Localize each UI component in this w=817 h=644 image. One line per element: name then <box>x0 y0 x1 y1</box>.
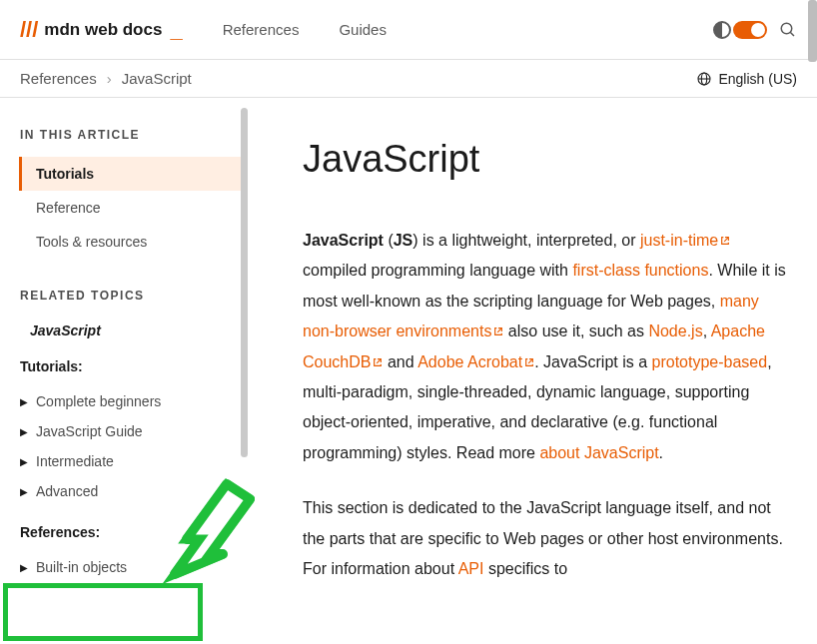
tree-advanced[interactable]: ▶Advanced <box>20 476 248 506</box>
related-javascript[interactable]: JavaScript <box>30 322 248 338</box>
related-heading: RELATED TOPICS <box>20 289 248 303</box>
link-api[interactable]: API <box>458 560 484 577</box>
primary-nav: References Guides <box>223 21 387 38</box>
top-navigation: /// mdn web docs _ References Guides <box>0 0 817 60</box>
references-tree: ▶Built-in objects <box>20 552 248 582</box>
tree-javascript-guide[interactable]: ▶JavaScript Guide <box>20 416 248 446</box>
svg-line-1 <box>790 32 794 36</box>
toc-reference[interactable]: Reference <box>22 191 248 225</box>
tree-intermediate[interactable]: ▶Intermediate <box>20 446 248 476</box>
breadcrumb-references[interactable]: References <box>20 70 97 87</box>
theme-control[interactable] <box>713 21 767 39</box>
language-label: English (US) <box>718 71 797 87</box>
page-scrollbar[interactable] <box>808 0 817 62</box>
triangle-right-icon: ▶ <box>20 562 28 573</box>
triangle-right-icon: ▶ <box>20 456 28 467</box>
external-link-icon <box>373 357 383 367</box>
language-selector[interactable]: English (US) <box>696 71 797 87</box>
link-prototype[interactable]: prototype-based <box>652 353 768 370</box>
triangle-right-icon: ▶ <box>20 486 28 497</box>
external-link-icon <box>720 236 730 246</box>
second-paragraph: This section is dedicated to the JavaScr… <box>303 493 787 584</box>
globe-icon <box>696 71 712 87</box>
tree-complete-beginners[interactable]: ▶Complete beginners <box>20 386 248 416</box>
link-first-class[interactable]: first-class functions <box>572 262 708 279</box>
theme-toggle[interactable] <box>733 21 767 39</box>
triangle-right-icon: ▶ <box>20 426 28 437</box>
contrast-icon <box>713 21 731 39</box>
breadcrumb-javascript[interactable]: JavaScript <box>122 70 192 87</box>
svg-point-0 <box>781 23 792 34</box>
toc-tutorials[interactable]: Tutorials <box>19 157 248 191</box>
toc-tools[interactable]: Tools & resources <box>22 225 248 259</box>
sidebar-scrollbar[interactable] <box>241 108 248 457</box>
page-title: JavaScript <box>303 138 787 181</box>
nav-guides[interactable]: Guides <box>339 21 387 38</box>
external-link-icon <box>524 357 534 367</box>
logo-text: mdn web docs <box>44 20 162 40</box>
references-heading: References: <box>20 524 248 540</box>
intro-paragraph: JavaScript (JS) is a lightweight, interp… <box>303 226 787 468</box>
tutorials-heading: Tutorials: <box>20 358 248 374</box>
sidebar: IN THIS ARTICLE Tutorials Reference Tool… <box>0 98 248 642</box>
search-icon[interactable] <box>779 21 797 39</box>
tree-builtin-objects[interactable]: ▶Built-in objects <box>20 552 248 582</box>
link-about-js[interactable]: about JavaScript <box>539 444 658 461</box>
breadcrumb: References › JavaScript English (US) <box>0 60 817 98</box>
external-link-icon <box>493 326 503 336</box>
triangle-right-icon: ▶ <box>20 396 28 407</box>
link-acrobat[interactable]: Adobe Acrobat <box>417 353 522 370</box>
nav-references[interactable]: References <box>223 21 300 38</box>
chevron-right-icon: › <box>107 70 112 87</box>
mdn-logo[interactable]: /// mdn web docs _ <box>20 17 183 43</box>
link-nodejs[interactable]: Node.js <box>648 322 702 339</box>
table-of-contents: Tutorials Reference Tools & resources <box>20 157 248 259</box>
link-jit[interactable]: just-in-time <box>640 232 718 249</box>
logo-mark-icon: /// <box>20 17 38 43</box>
toc-heading: IN THIS ARTICLE <box>20 128 248 142</box>
main-content: JavaScript JavaScript (JS) is a lightwei… <box>248 98 817 642</box>
logo-underscore-icon: _ <box>170 17 182 43</box>
tutorials-tree: ▶Complete beginners ▶JavaScript Guide ▶I… <box>20 386 248 506</box>
